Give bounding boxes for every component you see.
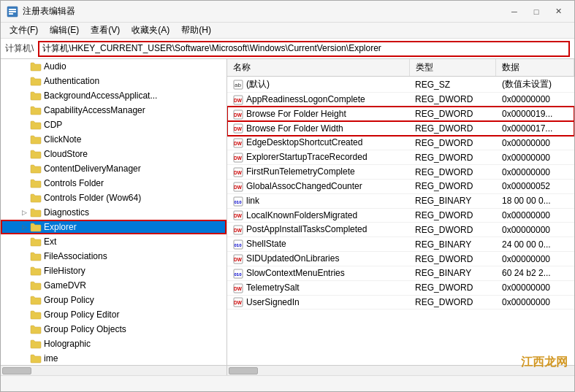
tree-item[interactable]: CapabilityAccessManager xyxy=(1,103,226,118)
table-row[interactable]: DWSIDUpdatedOnLibrariesREG_DWORD0x000000… xyxy=(227,252,574,266)
cell-data: 0x00000052 xyxy=(496,179,574,193)
tree-item[interactable]: ime xyxy=(1,351,226,365)
tree-item[interactable]: Group Policy Objects xyxy=(1,322,226,337)
row-icon: DW xyxy=(233,210,243,220)
tree-item[interactable]: CloudStore xyxy=(1,147,226,161)
tree-item[interactable]: GameDVR xyxy=(1,278,226,293)
row-icon: ab xyxy=(233,80,243,90)
tree-item[interactable]: ▷Explorer xyxy=(1,220,226,234)
tree-item[interactable]: Controls Folder xyxy=(1,176,226,191)
tree-item[interactable]: FileHistory xyxy=(1,264,226,278)
tree-toggle[interactable] xyxy=(18,278,30,293)
tree-item-label: FileHistory xyxy=(44,266,85,276)
tree-item[interactable]: Authentication xyxy=(1,74,226,88)
tree-toggle[interactable] xyxy=(18,264,30,278)
tree-item[interactable]: ContentDeliveryManager xyxy=(1,161,226,176)
tree-toggle[interactable] xyxy=(18,176,30,191)
menu-item[interactable]: 编辑(E) xyxy=(44,23,85,38)
svg-text:DW: DW xyxy=(234,300,243,305)
tree-item[interactable]: Group Policy Editor xyxy=(1,307,226,322)
tree-toggle[interactable] xyxy=(18,307,30,322)
table-row[interactable]: 010SlowContextMenuEntriesREG_BINARY60 24… xyxy=(227,266,574,280)
close-button[interactable]: ✕ xyxy=(548,4,568,20)
table-row[interactable]: 010ShellStateREG_BINARY24 00 00 0... xyxy=(227,237,574,252)
tree-toggle[interactable] xyxy=(18,249,30,264)
tree-toggle[interactable] xyxy=(18,103,30,118)
minimize-button[interactable]: ─ xyxy=(504,4,525,20)
cell-type: REG_BINARY xyxy=(409,193,496,208)
tree-toggle[interactable] xyxy=(18,351,30,365)
tree-item[interactable]: ▷Diagnostics xyxy=(1,205,226,220)
tree-toggle[interactable] xyxy=(18,322,30,337)
folder-icon xyxy=(30,104,42,116)
cell-type: REG_DWORD xyxy=(409,93,496,107)
cell-data: 0x00000000 xyxy=(496,252,574,266)
tree-toggle[interactable] xyxy=(18,293,30,307)
tree-toggle[interactable] xyxy=(18,234,30,249)
tree-toggle[interactable] xyxy=(18,337,30,351)
tree-toggle[interactable]: ▷ xyxy=(18,220,30,234)
tree-toggle[interactable] xyxy=(18,118,30,132)
table-row[interactable]: DWEdgeDesktopShortcutCreatedREG_DWORD0x0… xyxy=(227,136,574,150)
table-row[interactable]: ab(默认)REG_SZ(数值未设置) xyxy=(227,77,574,93)
cell-type: REG_BINARY xyxy=(409,237,496,252)
table-row[interactable]: DWGlobalAssocChangedCounterREG_DWORD0x00… xyxy=(227,179,574,193)
address-input[interactable] xyxy=(38,41,570,57)
menu-item[interactable]: 文件(F) xyxy=(4,23,44,38)
table-row[interactable]: DWPostAppInstallTasksCompletedREG_DWORD0… xyxy=(227,223,574,237)
row-icon: DW xyxy=(233,123,243,134)
right-scroll-thumb[interactable] xyxy=(229,367,258,374)
tree-item-label: Audio xyxy=(44,61,66,72)
window-title: 注册表编辑器 xyxy=(23,5,75,18)
tree-toggle[interactable]: ▷ xyxy=(18,205,30,220)
left-scroll-thumb[interactable] xyxy=(2,367,31,374)
cell-name: DWGlobalAssocChangedCounter xyxy=(227,179,409,193)
table-row[interactable]: DWBrowse For Folder HeightREG_DWORD0x000… xyxy=(227,107,574,121)
table-row[interactable]: DWAppReadinessLogonCompleteREG_DWORD0x00… xyxy=(227,93,574,107)
col-type: 类型 xyxy=(409,59,496,77)
tree-toggle[interactable] xyxy=(18,161,30,176)
tree-toggle[interactable] xyxy=(18,191,30,205)
menu-item[interactable]: 帮助(H) xyxy=(175,23,217,38)
table-row[interactable]: DWLocalKnownFoldersMigratedREG_DWORD0x00… xyxy=(227,208,574,223)
tree-item[interactable]: FileAssociations xyxy=(1,249,226,264)
table-row[interactable]: DWBrowse For Folder WidthREG_DWORD0x0000… xyxy=(227,121,574,136)
tree-item-label: CDP xyxy=(44,120,62,130)
menu-item[interactable]: 查看(V) xyxy=(85,23,126,38)
svg-text:DW: DW xyxy=(234,155,243,161)
table-row[interactable]: DWUserSignedInREG_DWORD0x00000000 xyxy=(227,295,574,310)
tree-item[interactable]: Group Policy xyxy=(1,293,226,307)
table-row[interactable]: DWTelemetrySaltREG_DWORD0x00000000 xyxy=(227,280,574,295)
folder-icon xyxy=(30,134,42,145)
left-hscroll[interactable] xyxy=(1,366,227,375)
tree-toggle[interactable] xyxy=(18,59,30,74)
cell-data: 0x0000017... xyxy=(496,121,574,136)
table-row[interactable]: DWExplorerStartupTraceRecordedREG_DWORD0… xyxy=(227,150,574,165)
cell-name: 010ShellState xyxy=(227,237,409,252)
tree-toggle[interactable] xyxy=(18,74,30,88)
table-row[interactable]: 010linkREG_BINARY18 00 00 0... xyxy=(227,193,574,208)
menu-item[interactable]: 收藏夹(A) xyxy=(126,23,175,38)
cell-type: REG_DWORD xyxy=(409,223,496,237)
tree-toggle[interactable] xyxy=(18,88,30,103)
row-icon: DW xyxy=(233,167,243,177)
tree-item-label: CloudStore xyxy=(44,149,88,159)
tree-item[interactable]: Holographic xyxy=(1,337,226,351)
tree-item[interactable]: Audio xyxy=(1,59,226,74)
tree-item[interactable]: Ext xyxy=(1,234,226,249)
tree-item[interactable]: CDP xyxy=(1,118,226,132)
cell-data: 0x00000000 xyxy=(496,93,574,107)
folder-icon xyxy=(30,265,42,277)
left-pane[interactable]: AudioAuthenticationBackgroundAccessAppli… xyxy=(1,59,227,365)
tree-toggle[interactable] xyxy=(18,132,30,147)
cell-data: 0x00000000 xyxy=(496,208,574,223)
right-pane[interactable]: 名称 类型 数据 ab(默认)REG_SZ(数值未设置)DWAppReadine… xyxy=(227,59,574,365)
row-icon: DW xyxy=(233,109,243,120)
tree-item[interactable]: ClickNote xyxy=(1,132,226,147)
right-hscroll[interactable] xyxy=(227,366,574,375)
tree-item[interactable]: BackgroundAccessApplicat... xyxy=(1,88,226,103)
table-row[interactable]: DWFirstRunTelemetryCompleteREG_DWORD0x00… xyxy=(227,165,574,180)
tree-item[interactable]: Controls Folder (Wow64) xyxy=(1,191,226,205)
tree-toggle[interactable] xyxy=(18,147,30,161)
maximize-button[interactable]: □ xyxy=(526,4,547,20)
